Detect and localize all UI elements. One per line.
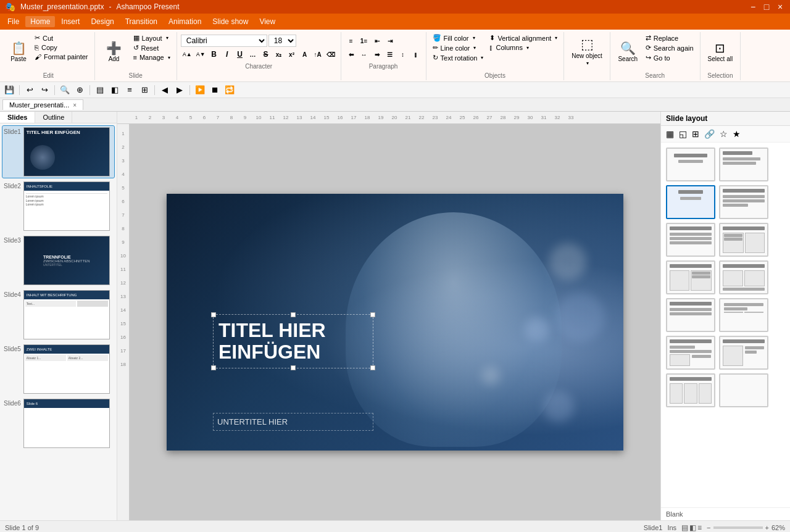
- slide-thumb-2[interactable]: Slide2 INHALTSFOLIE Lorem ipsum Lorem ip…: [2, 180, 114, 232]
- layout-thumb-8[interactable]: [719, 260, 768, 294]
- slide-canvas[interactable]: TITEL HIER EINFÜGEN UNTERTITEL HIER: [167, 194, 623, 451]
- slides-list[interactable]: Slide1 TITEL HIER EINFÜGEN Slide2 INHALT…: [0, 123, 117, 520]
- align-right-button[interactable]: ➡: [371, 48, 383, 60]
- tab-outline[interactable]: Outline: [35, 112, 72, 123]
- handle-tr[interactable]: [370, 312, 375, 317]
- slide-thumb-6[interactable]: Slide6 Slide 6: [2, 397, 114, 449]
- font-selector[interactable]: Calibri: [181, 35, 267, 47]
- tab-close-button[interactable]: ×: [73, 102, 77, 109]
- columns-button[interactable]: ⫿ Columns ▾: [487, 43, 560, 52]
- rp-icon-4[interactable]: 🔗: [703, 128, 716, 140]
- menu-transition[interactable]: Transition: [120, 16, 162, 27]
- save-button[interactable]: 💾: [2, 83, 16, 97]
- rp-icon-2[interactable]: ◱: [678, 128, 688, 140]
- font-color-button[interactable]: A: [299, 48, 311, 60]
- align-justify-button[interactable]: ☰: [384, 48, 396, 60]
- line-spacing-button[interactable]: ↕: [397, 48, 409, 60]
- indent-dec-button[interactable]: ⇤: [371, 35, 383, 47]
- reset-button[interactable]: ↺ Reset: [131, 43, 173, 52]
- redo-button[interactable]: ↪: [38, 83, 51, 97]
- layout-thumb-13[interactable]: [666, 373, 715, 407]
- font-grow-button[interactable]: A▲: [181, 51, 194, 58]
- canvas[interactable]: TITEL HIER EINFÜGEN UNTERTITEL HIER: [130, 124, 660, 520]
- layout-thumb-5[interactable]: [666, 223, 715, 257]
- view-grid-button[interactable]: ⊞: [138, 83, 151, 97]
- handle-tl[interactable]: [211, 312, 216, 317]
- bullet-list-button[interactable]: ≡: [345, 35, 357, 47]
- play-button[interactable]: ▶️: [193, 83, 207, 97]
- rp-icon-3[interactable]: ⊞: [691, 128, 701, 140]
- slide-thumb-4[interactable]: Slide4 INHALT MIT BESCHRIFTUNG Text...: [2, 289, 114, 341]
- layout-thumb-12[interactable]: [719, 336, 768, 370]
- paste-button[interactable]: 📋 Paste: [6, 33, 31, 70]
- menu-animation[interactable]: Animation: [164, 16, 206, 27]
- add-slide-button[interactable]: ➕ Add: [99, 33, 130, 70]
- manage-button[interactable]: ≡ Manage ▾: [131, 53, 173, 62]
- select-all-button[interactable]: ⊡ Select all: [704, 33, 737, 70]
- numbered-list-button[interactable]: 1≡: [358, 35, 370, 47]
- rp-icon-5[interactable]: ☆: [718, 128, 729, 140]
- font-size-inc-button[interactable]: ↑A: [312, 48, 324, 60]
- handle-bl[interactable]: [211, 365, 216, 370]
- layout-thumb-11[interactable]: [666, 336, 715, 370]
- menu-home[interactable]: Home: [25, 16, 55, 27]
- slide-thumb-3[interactable]: Slide3 TRENNFOLIE ZWISCHEN ABSCHNITTEN U…: [2, 235, 114, 286]
- slide-thumb-1[interactable]: Slide1 TITEL HIER EINFÜGEN: [2, 126, 114, 178]
- zoom-out-button[interactable]: 🔍: [58, 83, 72, 97]
- line-color-button[interactable]: ✏ Line color ▾: [430, 43, 486, 52]
- view-normal-button[interactable]: ▤: [93, 83, 107, 97]
- align-center-button[interactable]: ↔: [358, 48, 370, 60]
- handle-bc[interactable]: [291, 365, 296, 370]
- doc-tab-active[interactable]: Muster_presentati... ×: [2, 99, 83, 110]
- search-again-button[interactable]: ⟳ Search again: [643, 43, 696, 52]
- menu-design[interactable]: Design: [86, 16, 118, 27]
- font-shrink-button[interactable]: A▼: [194, 51, 207, 58]
- zoom-minus[interactable]: −: [707, 524, 710, 531]
- font-size-selector[interactable]: 18: [268, 35, 296, 47]
- view-notes-button[interactable]: ≡: [123, 83, 136, 97]
- handle-br[interactable]: [370, 365, 375, 370]
- more-text-button[interactable]: …: [247, 48, 259, 60]
- view-normal-status[interactable]: ▤: [681, 523, 688, 532]
- zoom-slider[interactable]: [713, 526, 763, 529]
- menu-insert[interactable]: Insert: [56, 16, 85, 27]
- next-page-button[interactable]: ▶: [173, 83, 186, 97]
- menu-file[interactable]: File: [2, 16, 24, 27]
- title-text-box[interactable]: TITEL HIER EINFÜGEN: [213, 314, 373, 368]
- layout-thumb-14[interactable]: [719, 373, 768, 407]
- subtitle-text-box[interactable]: UNTERTITEL HIER: [213, 413, 373, 431]
- layout-thumb-10[interactable]: [719, 298, 768, 332]
- strikethrough-button[interactable]: S: [260, 48, 272, 60]
- bold-button[interactable]: B: [208, 48, 220, 60]
- subscript-button[interactable]: x₂: [273, 48, 285, 60]
- zoom-plus[interactable]: +: [765, 524, 769, 531]
- text-rotation-button[interactable]: ↻ Text rotation ▾: [430, 53, 486, 62]
- italic-button[interactable]: I: [221, 48, 233, 60]
- menu-view[interactable]: View: [254, 16, 280, 27]
- stop-button[interactable]: ⏹: [208, 83, 222, 97]
- layout-thumb-9[interactable]: [666, 298, 715, 332]
- copy-button[interactable]: ⎘ Copy: [32, 43, 91, 52]
- underline-button[interactable]: U: [234, 48, 246, 60]
- menu-slideshow[interactable]: Slide show: [207, 16, 253, 27]
- prev-page-button[interactable]: ◀: [158, 83, 172, 97]
- layout-thumb-1[interactable]: [666, 148, 715, 181]
- goto-button[interactable]: ↪ Go to: [643, 53, 696, 62]
- minimize-button[interactable]: −: [748, 2, 758, 12]
- layout-thumb-4[interactable]: [719, 185, 768, 219]
- layout-thumb-7[interactable]: [666, 260, 715, 294]
- loop-button[interactable]: 🔁: [223, 83, 236, 97]
- rp-icon-6[interactable]: ★: [731, 128, 742, 140]
- tab-slides[interactable]: Slides: [0, 112, 35, 123]
- rp-icon-1[interactable]: ▦: [665, 128, 675, 140]
- maximize-button[interactable]: □: [762, 2, 771, 12]
- layout-button[interactable]: ▦ Layout ▾: [131, 33, 173, 43]
- indent-inc-button[interactable]: ⇥: [384, 35, 396, 47]
- undo-button[interactable]: ↩: [23, 83, 36, 97]
- zoom-in-button[interactable]: ⊕: [73, 83, 86, 97]
- view-notes-status[interactable]: ≡: [697, 523, 702, 532]
- superscript-button[interactable]: x²: [286, 48, 298, 60]
- layout-thumb-2[interactable]: [719, 148, 768, 181]
- view-slide-button[interactable]: ◧: [108, 83, 122, 97]
- close-button[interactable]: ×: [775, 2, 785, 12]
